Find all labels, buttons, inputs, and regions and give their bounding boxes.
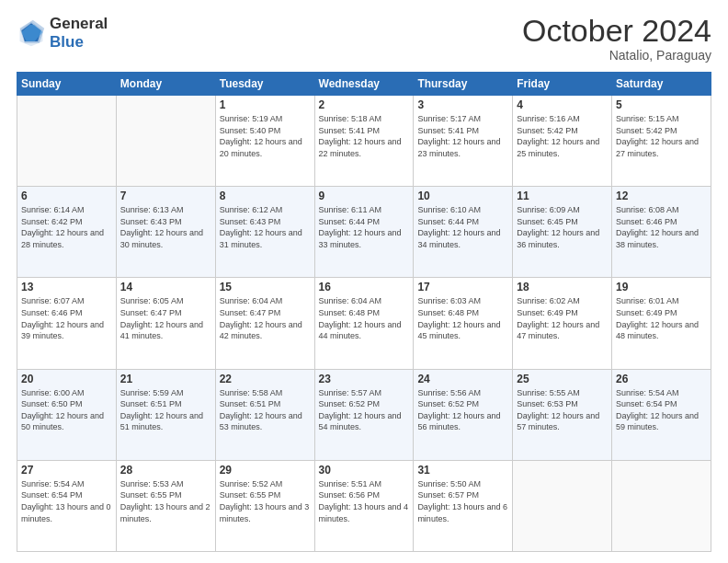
calendar-cell: 10Sunrise: 6:10 AMSunset: 6:44 PMDayligh… [414, 187, 513, 278]
header-sunday: Sunday [17, 73, 117, 96]
day-number: 25 [517, 373, 608, 385]
logo-icon [17, 18, 46, 48]
calendar-cell: 23Sunrise: 5:57 AMSunset: 6:52 PMDayligh… [314, 369, 414, 460]
calendar-cell [612, 460, 711, 551]
day-info: Sunrise: 5:56 AMSunset: 6:52 PMDaylight:… [417, 387, 508, 433]
day-number: 21 [120, 373, 211, 385]
calendar-cell: 11Sunrise: 6:09 AMSunset: 6:45 PMDayligh… [513, 187, 612, 278]
calendar-cell: 4Sunrise: 5:16 AMSunset: 5:42 PMDaylight… [513, 96, 612, 187]
day-info: Sunrise: 5:50 AMSunset: 6:57 PMDaylight:… [417, 478, 508, 524]
calendar-cell: 26Sunrise: 5:54 AMSunset: 6:54 PMDayligh… [612, 369, 711, 460]
day-number: 8 [220, 190, 311, 202]
calendar-cell: 9Sunrise: 6:11 AMSunset: 6:44 PMDaylight… [314, 187, 414, 278]
day-info: Sunrise: 5:54 AMSunset: 6:54 PMDaylight:… [21, 478, 112, 524]
calendar-cell [17, 96, 117, 187]
day-number: 28 [120, 464, 211, 477]
day-number: 23 [319, 373, 410, 385]
calendar-cell: 6Sunrise: 6:14 AMSunset: 6:42 PMDaylight… [17, 187, 117, 278]
day-info: Sunrise: 5:19 AMSunset: 5:40 PMDaylight:… [220, 113, 311, 159]
calendar-cell: 17Sunrise: 6:03 AMSunset: 6:48 PMDayligh… [414, 278, 513, 369]
location-subtitle: Natalio, Paraguay [522, 48, 711, 63]
day-info: Sunrise: 6:12 AMSunset: 6:43 PMDaylight:… [220, 204, 311, 250]
day-info: Sunrise: 5:17 AMSunset: 5:41 PMDaylight:… [417, 113, 508, 159]
calendar-week-3: 13Sunrise: 6:07 AMSunset: 6:46 PMDayligh… [17, 278, 711, 369]
day-number: 17 [417, 281, 508, 293]
day-info: Sunrise: 6:05 AMSunset: 6:47 PMDaylight:… [120, 295, 211, 341]
day-info: Sunrise: 5:52 AMSunset: 6:55 PMDaylight:… [220, 478, 311, 524]
day-number: 11 [517, 190, 608, 202]
day-number: 22 [220, 373, 311, 385]
calendar-week-1: 1Sunrise: 5:19 AMSunset: 5:40 PMDaylight… [17, 96, 711, 187]
day-number: 13 [21, 281, 112, 293]
day-number: 6 [21, 190, 112, 202]
day-number: 19 [616, 281, 707, 293]
day-number: 20 [21, 373, 112, 385]
calendar-cell: 7Sunrise: 6:13 AMSunset: 6:43 PMDaylight… [116, 187, 215, 278]
day-number: 10 [417, 190, 508, 202]
day-number: 15 [220, 281, 311, 293]
day-info: Sunrise: 5:54 AMSunset: 6:54 PMDaylight:… [616, 387, 707, 433]
day-info: Sunrise: 6:14 AMSunset: 6:42 PMDaylight:… [21, 204, 112, 250]
day-info: Sunrise: 6:01 AMSunset: 6:49 PMDaylight:… [616, 295, 707, 341]
day-number: 4 [517, 98, 608, 111]
day-info: Sunrise: 6:03 AMSunset: 6:48 PMDaylight:… [417, 295, 508, 341]
day-info: Sunrise: 6:09 AMSunset: 6:45 PMDaylight:… [517, 204, 608, 250]
header-tuesday: Tuesday [215, 73, 314, 96]
day-number: 30 [319, 464, 410, 477]
calendar-cell: 21Sunrise: 5:59 AMSunset: 6:51 PMDayligh… [116, 369, 215, 460]
header-friday: Friday [513, 73, 612, 96]
calendar-cell: 28Sunrise: 5:53 AMSunset: 6:55 PMDayligh… [116, 460, 215, 551]
day-info: Sunrise: 6:08 AMSunset: 6:46 PMDaylight:… [616, 204, 707, 250]
day-number: 18 [517, 281, 608, 293]
day-number: 9 [319, 190, 410, 202]
calendar-cell: 8Sunrise: 6:12 AMSunset: 6:43 PMDaylight… [215, 187, 314, 278]
day-info: Sunrise: 5:15 AMSunset: 5:42 PMDaylight:… [616, 113, 707, 159]
calendar-cell: 27Sunrise: 5:54 AMSunset: 6:54 PMDayligh… [17, 460, 117, 551]
header-wednesday: Wednesday [314, 73, 414, 96]
day-info: Sunrise: 6:04 AMSunset: 6:47 PMDaylight:… [220, 295, 311, 341]
calendar-cell: 1Sunrise: 5:19 AMSunset: 5:40 PMDaylight… [215, 96, 314, 187]
logo: General Blue [17, 15, 108, 52]
day-number: 7 [120, 190, 211, 202]
day-info: Sunrise: 6:04 AMSunset: 6:48 PMDaylight:… [319, 295, 410, 341]
logo-text: General Blue [50, 15, 108, 52]
month-title: October 2024 [522, 15, 711, 46]
day-info: Sunrise: 5:55 AMSunset: 6:53 PMDaylight:… [517, 387, 608, 433]
calendar-cell: 18Sunrise: 6:02 AMSunset: 6:49 PMDayligh… [513, 278, 612, 369]
day-info: Sunrise: 6:07 AMSunset: 6:46 PMDaylight:… [21, 295, 112, 341]
day-info: Sunrise: 6:10 AMSunset: 6:44 PMDaylight:… [417, 204, 508, 250]
day-number: 29 [220, 464, 311, 477]
day-info: Sunrise: 5:16 AMSunset: 5:42 PMDaylight:… [517, 113, 608, 159]
day-number: 3 [417, 98, 508, 111]
day-number: 2 [319, 98, 410, 111]
day-number: 27 [21, 464, 112, 477]
header-saturday: Saturday [612, 73, 711, 96]
day-info: Sunrise: 5:59 AMSunset: 6:51 PMDaylight:… [120, 387, 211, 433]
calendar-cell: 15Sunrise: 6:04 AMSunset: 6:47 PMDayligh… [215, 278, 314, 369]
calendar-cell: 22Sunrise: 5:58 AMSunset: 6:51 PMDayligh… [215, 369, 314, 460]
title-area: October 2024 Natalio, Paraguay [522, 15, 711, 63]
calendar-cell: 2Sunrise: 5:18 AMSunset: 5:41 PMDaylight… [314, 96, 414, 187]
day-info: Sunrise: 6:13 AMSunset: 6:43 PMDaylight:… [120, 204, 211, 250]
header-thursday: Thursday [414, 73, 513, 96]
day-info: Sunrise: 5:53 AMSunset: 6:55 PMDaylight:… [120, 478, 211, 524]
calendar-cell: 25Sunrise: 5:55 AMSunset: 6:53 PMDayligh… [513, 369, 612, 460]
calendar-cell: 12Sunrise: 6:08 AMSunset: 6:46 PMDayligh… [612, 187, 711, 278]
day-info: Sunrise: 5:51 AMSunset: 6:56 PMDaylight:… [319, 478, 410, 524]
calendar-cell: 20Sunrise: 6:00 AMSunset: 6:50 PMDayligh… [17, 369, 117, 460]
day-number: 5 [616, 98, 707, 111]
day-info: Sunrise: 6:02 AMSunset: 6:49 PMDaylight:… [517, 295, 608, 341]
logo-general: General [50, 15, 108, 33]
day-number: 14 [120, 281, 211, 293]
day-info: Sunrise: 5:57 AMSunset: 6:52 PMDaylight:… [319, 387, 410, 433]
day-info: Sunrise: 6:11 AMSunset: 6:44 PMDaylight:… [319, 204, 410, 250]
calendar-header-row: SundayMondayTuesdayWednesdayThursdayFrid… [17, 73, 711, 96]
calendar-cell: 16Sunrise: 6:04 AMSunset: 6:48 PMDayligh… [314, 278, 414, 369]
day-number: 16 [319, 281, 410, 293]
day-number: 24 [417, 373, 508, 385]
calendar-cell: 24Sunrise: 5:56 AMSunset: 6:52 PMDayligh… [414, 369, 513, 460]
calendar-cell: 13Sunrise: 6:07 AMSunset: 6:46 PMDayligh… [17, 278, 117, 369]
calendar-cell [116, 96, 215, 187]
calendar-cell: 29Sunrise: 5:52 AMSunset: 6:55 PMDayligh… [215, 460, 314, 551]
calendar-cell: 14Sunrise: 6:05 AMSunset: 6:47 PMDayligh… [116, 278, 215, 369]
